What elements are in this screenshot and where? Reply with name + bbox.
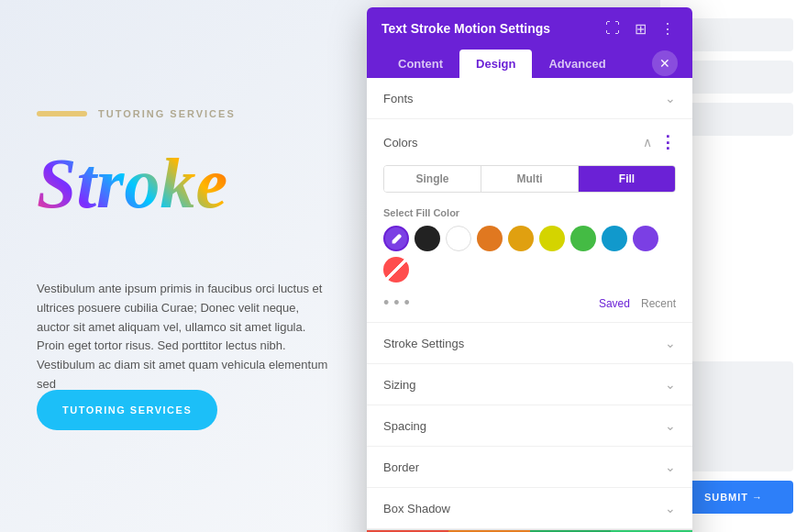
swatch-green[interactable] [570,226,596,251]
stroke-settings-chevron: ⌄ [665,336,676,350]
more-colors-icon[interactable]: • • • [383,294,410,313]
stroke-text: Stroke [37,142,227,225]
tab-content[interactable]: Content [381,50,459,78]
spacing-chevron: ⌄ [665,418,676,433]
color-row-bottom: • • • Saved Recent [367,292,692,322]
box-shadow-chevron: ⌄ [665,501,676,515]
sizing-chevron: ⌄ [665,377,676,392]
panel-body: Fonts ⌄ Colors ∧ ⋮ Single Multi Fill Sel… [367,78,692,529]
fonts-section[interactable]: Fonts ⌄ [367,78,692,119]
close-button[interactable]: ✕ [652,50,678,76]
panel-header: Text Stroke Motion Settings ⛶ ⊞ ⋮ [367,7,692,50]
swatch-amber[interactable] [508,226,534,251]
swatch-purple-selected[interactable] [383,226,409,251]
spacing-section[interactable]: Spacing ⌄ [367,405,692,447]
fill-color-label: Select Fill Color [367,202,692,226]
sizing-section[interactable]: Sizing ⌄ [367,364,692,405]
background-area: TUTORING SERVICES Stroke Vestibulum ante… [0,0,371,532]
color-tabs: Single Multi Fill [383,165,676,193]
box-shadow-label: Box Shadow [383,502,450,515]
colors-title: Colors [383,136,418,150]
color-tab-single[interactable]: Single [384,166,481,192]
columns-icon[interactable]: ⊞ [630,18,650,39]
color-swatches [367,226,692,292]
fonts-label: Fonts [383,92,414,105]
box-shadow-section[interactable]: Box Shadow ⌄ [367,488,692,529]
swatch-striped[interactable] [383,257,409,283]
stroke-settings-section[interactable]: Stroke Settings ⌄ [367,323,692,364]
swatch-orange[interactable] [477,226,503,251]
swatch-black[interactable] [415,226,440,251]
swatch-yellow[interactable] [539,226,565,251]
tutoring-label: TUTORING SERVICES [98,108,236,119]
saved-recent: Saved Recent [599,297,676,310]
color-tab-fill[interactable]: Fill [579,166,675,192]
stroke-settings-label: Stroke Settings [383,337,464,350]
tutoring-label-wrap: TUTORING SERVICES [37,108,236,119]
body-text: Vestibulum ante ipsum primis in faucibus… [37,280,335,394]
colors-up-icon: ∧ [643,135,652,150]
tutoring-line [37,111,87,116]
panel-header-icons: ⛶ ⊞ ⋮ [602,18,678,39]
settings-panel: Text Stroke Motion Settings ⛶ ⊞ ⋮ Conten… [367,7,692,532]
fullscreen-icon[interactable]: ⛶ [602,18,623,39]
panel-tabs: Content Design Advanced ✕ [367,50,692,78]
swatch-white[interactable] [446,226,471,251]
color-tab-multi[interactable]: Multi [481,166,579,192]
saved-link[interactable]: Saved [599,297,630,310]
fonts-chevron: ⌄ [665,91,676,105]
colors-header-right: ∧ ⋮ [643,132,676,152]
border-chevron: ⌄ [665,460,676,474]
panel-title: Text Stroke Motion Settings [381,21,550,36]
colors-header[interactable]: Colors ∧ ⋮ [367,119,692,165]
colors-options-icon[interactable]: ⋮ [659,132,676,152]
tab-advanced[interactable]: Advanced [532,50,622,78]
swatch-blue[interactable] [602,226,627,251]
cta-button[interactable]: TUTORING SERVICES [37,390,217,430]
tab-design[interactable]: Design [459,50,532,78]
more-options-icon[interactable]: ⋮ [658,18,678,39]
border-section[interactable]: Border ⌄ [367,447,692,488]
sizing-label: Sizing [383,378,415,392]
spacing-label: Spacing [383,419,426,433]
border-label: Border [383,460,419,474]
swatch-purple2[interactable] [633,226,658,251]
colors-section: Colors ∧ ⋮ Single Multi Fill Select Fill… [367,119,692,323]
recent-link[interactable]: Recent [641,297,676,310]
